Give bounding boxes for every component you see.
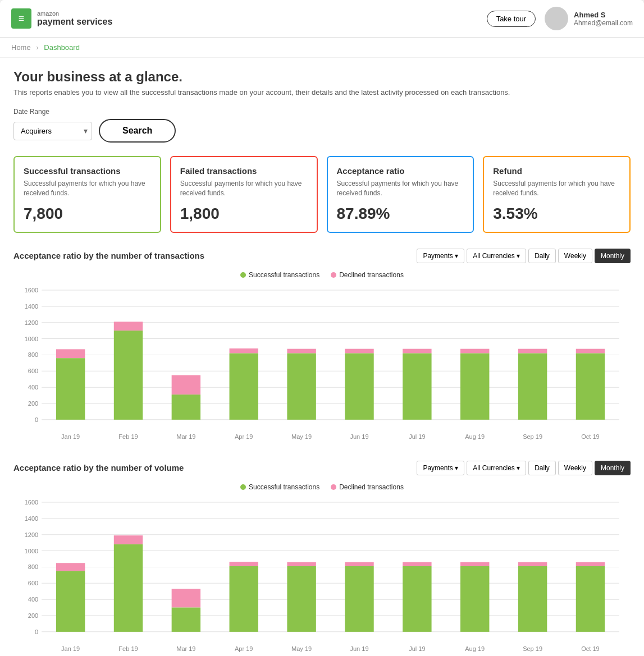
logo-text: amazon payment services — [37, 10, 112, 27]
declined-dot — [331, 272, 336, 278]
chart2-currencies-dropdown[interactable]: All Currencies ▾ — [467, 461, 526, 475]
kpi-card-3: Refund Successful payments for which you… — [483, 156, 631, 233]
breadcrumb-home[interactable]: Home — [11, 43, 31, 52]
svg-text:1000: 1000 — [25, 547, 39, 554]
svg-rect-91 — [518, 566, 547, 632]
chart2-legend-successful: Successful transactions — [240, 483, 319, 491]
svg-text:Apr 19: Apr 19 — [235, 433, 253, 440]
chart2-container: 02004006008001000120014001600Jan 19Feb 1… — [13, 497, 631, 656]
kpi-card-1: Failed transactions Successful payments … — [170, 156, 318, 233]
svg-text:1200: 1200 — [25, 319, 39, 325]
chart1-daily-btn[interactable]: Daily — [528, 249, 556, 263]
search-button[interactable]: Search — [99, 119, 176, 143]
chart2-title: Acceptance ratio by the number of volume — [13, 463, 184, 472]
chart1-container: 02004006008001000120014001600Jan 19Feb 1… — [13, 285, 631, 444]
kpi-desc-0: Successful payments for which you have r… — [24, 179, 151, 198]
svg-rect-69 — [114, 535, 143, 544]
successful-dot2 — [240, 484, 246, 490]
chart1-currencies-dropdown[interactable]: All Currencies ▾ — [467, 249, 526, 263]
svg-text:400: 400 — [28, 596, 38, 603]
svg-rect-73 — [172, 607, 200, 631]
kpi-desc-1: Successful payments for which you have r… — [180, 179, 308, 198]
chart1-payments-dropdown[interactable]: Payments ▾ — [417, 249, 464, 263]
chart1-legend-successful: Successful transactions — [240, 271, 319, 279]
svg-rect-66 — [56, 563, 85, 571]
chart2-daily-btn[interactable]: Daily — [528, 461, 556, 475]
svg-text:Sep 19: Sep 19 — [523, 645, 542, 652]
svg-text:600: 600 — [28, 368, 38, 374]
chart2-legend: Successful transactions Declined transac… — [13, 483, 631, 491]
svg-text:May 19: May 19 — [291, 645, 312, 652]
svg-text:Jun 19: Jun 19 — [350, 433, 368, 440]
svg-rect-42 — [518, 348, 547, 353]
svg-rect-87 — [460, 562, 489, 566]
kpi-row: Successful transactions Successful payme… — [13, 156, 631, 233]
chart2-weekly-btn[interactable]: Weekly — [558, 461, 592, 475]
chart1-legend-successful-label: Successful transactions — [249, 271, 319, 279]
chart2-legend-declined-label: Declined transactions — [339, 483, 404, 491]
svg-rect-70 — [114, 544, 143, 632]
chart1-header: Acceptance ratio by the number of transa… — [13, 249, 631, 263]
filter-section: Date Range Acquirers ▾ Search — [13, 108, 631, 143]
logo-area: ≡ amazon payment services — [11, 8, 112, 29]
logo-icon: ≡ — [11, 8, 31, 29]
svg-rect-81 — [345, 562, 373, 566]
svg-rect-67 — [56, 571, 85, 631]
kpi-title-0: Successful transactions — [24, 166, 151, 176]
chart2-monthly-btn[interactable]: Monthly — [595, 461, 631, 475]
svg-rect-34 — [345, 353, 373, 419]
svg-rect-76 — [230, 566, 258, 632]
user-email: Ahmed@email.com — [574, 19, 633, 27]
svg-rect-46 — [576, 353, 605, 419]
svg-text:May 19: May 19 — [291, 433, 312, 440]
svg-text:Mar 19: Mar 19 — [176, 645, 195, 652]
svg-text:Apr 19: Apr 19 — [235, 645, 253, 652]
chart2-legend-declined: Declined transactions — [331, 483, 404, 491]
svg-rect-78 — [287, 562, 316, 566]
kpi-desc-2: Successful payments for which you have r… — [337, 179, 464, 198]
svg-text:Jun 19: Jun 19 — [350, 645, 368, 652]
svg-rect-33 — [345, 348, 373, 353]
take-tour-button[interactable]: Take tour — [487, 11, 536, 27]
svg-text:Aug 19: Aug 19 — [465, 645, 485, 652]
svg-rect-19 — [56, 358, 85, 420]
svg-rect-85 — [403, 566, 431, 632]
svg-text:200: 200 — [28, 612, 38, 619]
svg-rect-72 — [172, 589, 200, 607]
svg-rect-82 — [345, 566, 373, 632]
svg-rect-21 — [114, 322, 143, 331]
svg-text:1600: 1600 — [25, 287, 39, 293]
svg-text:1400: 1400 — [25, 302, 39, 309]
chart2-section: Acceptance ratio by the number of volume… — [13, 461, 631, 656]
svg-text:800: 800 — [28, 351, 38, 358]
chart1-controls: Payments ▾ All Currencies ▾ Daily Weekly… — [417, 249, 631, 263]
svg-rect-90 — [518, 562, 547, 566]
svg-rect-43 — [518, 353, 547, 419]
chart1-monthly-btn[interactable]: Monthly — [595, 249, 631, 263]
svg-text:Jan 19: Jan 19 — [61, 433, 80, 440]
chart1-legend-declined: Declined transactions — [331, 271, 404, 279]
avatar — [545, 7, 568, 30]
chart1-legend-declined-label: Declined transactions — [339, 271, 404, 279]
svg-rect-30 — [287, 348, 316, 353]
svg-text:1200: 1200 — [25, 531, 39, 538]
chart2-payments-dropdown[interactable]: Payments ▾ — [417, 461, 464, 475]
kpi-desc-3: Successful payments for which you have r… — [493, 179, 620, 198]
chart1-weekly-btn[interactable]: Weekly — [558, 249, 592, 263]
breadcrumb-current: Dashboard — [44, 43, 80, 52]
chart2-controls: Payments ▾ All Currencies ▾ Daily Weekly… — [417, 461, 631, 475]
acquirers-select[interactable]: Acquirers — [13, 122, 92, 140]
page-title: Your business at a glance. — [13, 69, 631, 85]
svg-text:1000: 1000 — [25, 335, 39, 342]
svg-rect-39 — [460, 348, 489, 353]
kpi-value-1: 1,800 — [180, 205, 308, 223]
svg-text:400: 400 — [28, 384, 38, 391]
chart1-legend: Successful transactions Declined transac… — [13, 271, 631, 279]
svg-text:1400: 1400 — [25, 515, 39, 522]
kpi-value-0: 7,800 — [24, 205, 151, 223]
svg-rect-94 — [576, 566, 605, 632]
kpi-title-3: Refund — [493, 166, 620, 176]
chart1-section: Acceptance ratio by the number of transa… — [13, 249, 631, 444]
svg-text:600: 600 — [28, 580, 38, 586]
page-description: This reports enables you to view all the… — [13, 88, 631, 97]
